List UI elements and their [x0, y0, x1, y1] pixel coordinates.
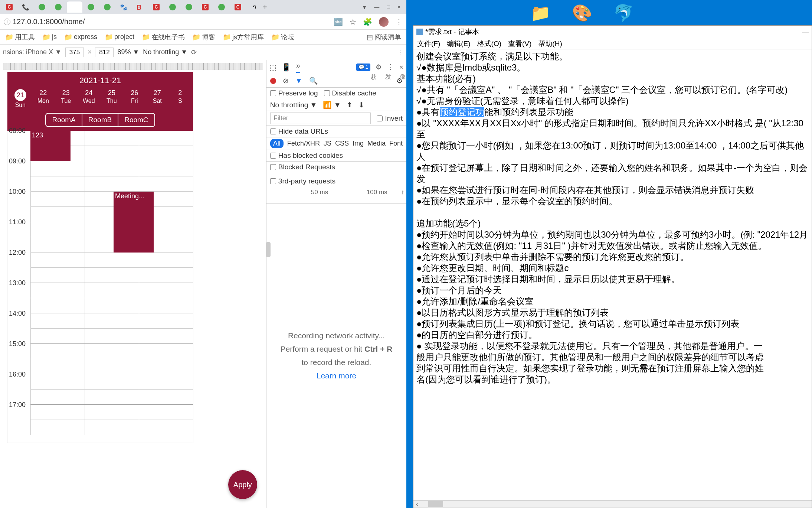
- calendar-day[interactable]: 21Sun: [12, 89, 29, 108]
- learn-more-link[interactable]: Learn more: [317, 371, 356, 380]
- bookmark-item[interactable]: 📁用工具: [3, 33, 37, 42]
- room-tab[interactable]: RoomA: [45, 113, 82, 127]
- notepad-titlebar[interactable]: *需求.txt - 记事本 —: [413, 26, 812, 38]
- site-info-icon[interactable]: i: [4, 19, 10, 25]
- time-row[interactable]: [30, 237, 193, 253]
- file-explorer-icon[interactable]: 📁: [529, 1, 552, 25]
- filter-type-img[interactable]: Img: [353, 140, 364, 147]
- tab-list-button[interactable]: ▾: [363, 4, 366, 11]
- notepad-content[interactable]: 创建会议室预订系统，满足以下功能。√●数据库是Imdb或sqlite3。基本功能…: [413, 49, 812, 387]
- time-row[interactable]: [30, 359, 193, 374]
- throttling-selector[interactable]: No throttling ▼: [143, 48, 187, 56]
- download-icon[interactable]: ⬇: [358, 101, 364, 109]
- time-row[interactable]: [30, 405, 193, 420]
- network-timeline[interactable]: 50 ms 100 ms ↑: [266, 187, 406, 203]
- tab-8[interactable]: 🐾: [116, 1, 131, 13]
- calendar-event[interactable]: Meeting...: [114, 192, 154, 253]
- tab-4[interactable]: [50, 1, 66, 13]
- scrollbar-thumb[interactable]: [428, 501, 443, 507]
- time-row[interactable]: [30, 222, 193, 237]
- filter-type-fetch/xhr[interactable]: Fetch/XHR: [287, 140, 320, 147]
- tab-15[interactable]: C: [230, 1, 246, 13]
- width-input[interactable]: [65, 48, 84, 57]
- apply-button[interactable]: Apply: [228, 470, 257, 499]
- filter-icon[interactable]: ▼: [295, 77, 302, 85]
- tab-5-active[interactable]: [67, 1, 82, 13]
- rotate-icon[interactable]: ⟳: [191, 48, 197, 56]
- minimize-button[interactable]: —: [374, 4, 379, 10]
- tab-3[interactable]: [34, 1, 50, 13]
- bookmark-star-icon[interactable]: ☆: [350, 17, 356, 26]
- url-text[interactable]: 127.0.0.1:8000/home/: [13, 17, 85, 26]
- bookmark-item[interactable]: 📁js方常用库: [220, 33, 266, 42]
- time-row[interactable]: [30, 283, 193, 298]
- maximize-button[interactable]: □: [387, 4, 390, 10]
- tab-9[interactable]: B: [132, 1, 148, 13]
- calendar-day[interactable]: 22Mon: [34, 89, 52, 108]
- inspect-icon[interactable]: ⬚: [269, 63, 276, 72]
- filter-type-all[interactable]: All: [270, 139, 284, 148]
- calendar-day[interactable]: 2S: [171, 89, 189, 108]
- filter-input[interactable]: [270, 113, 371, 124]
- throttling-dropdown[interactable]: No throttling ▼: [270, 101, 317, 109]
- calendar-day[interactable]: 24Wed: [80, 89, 98, 108]
- tab-2[interactable]: 📞: [18, 1, 33, 13]
- disable-cache-checkbox[interactable]: Disable cache: [324, 89, 376, 97]
- calendar-day[interactable]: 23Tue: [57, 89, 75, 108]
- menu-file[interactable]: 文件(F): [417, 39, 440, 49]
- tab-14[interactable]: [214, 1, 229, 13]
- bookmark-item[interactable]: 📁博客: [190, 33, 217, 42]
- tab-12[interactable]: [181, 1, 197, 13]
- tab-16[interactable]: ዓ: [246, 1, 262, 13]
- search-icon[interactable]: 🔍: [309, 76, 318, 85]
- time-row[interactable]: [30, 374, 193, 390]
- time-row[interactable]: [30, 192, 193, 207]
- room-tab[interactable]: RoomB: [82, 113, 118, 127]
- more-icon[interactable]: ⋮: [397, 48, 403, 56]
- third-party-checkbox[interactable]: 3rd-party requests: [270, 177, 335, 185]
- tab-13[interactable]: C: [197, 1, 213, 13]
- tab-1[interactable]: C: [1, 1, 17, 13]
- new-tab-button[interactable]: +: [263, 3, 274, 12]
- filter-type-js[interactable]: JS: [324, 140, 331, 147]
- blocked-requests-checkbox[interactable]: Blocked Requests: [270, 163, 335, 171]
- settings-icon[interactable]: ⚙: [376, 63, 382, 71]
- menu-edit[interactable]: 编辑(E): [447, 39, 470, 49]
- hide-data-urls-checkbox[interactable]: Hide data URLs: [270, 127, 328, 136]
- menu-view[interactable]: 查看(V): [508, 39, 531, 49]
- preserve-log-checkbox[interactable]: Preserve log: [270, 89, 318, 97]
- height-input[interactable]: [95, 48, 114, 57]
- device-toggle-icon[interactable]: 📱: [282, 63, 291, 72]
- time-row[interactable]: [30, 161, 193, 176]
- menu-format[interactable]: 格式(O): [477, 39, 501, 49]
- time-row[interactable]: [30, 253, 193, 268]
- calendar-day[interactable]: 25Thu: [103, 89, 121, 108]
- messages-badge[interactable]: 💬 1: [356, 64, 370, 71]
- tab-7[interactable]: [99, 1, 115, 13]
- bookmark-item[interactable]: 📁express: [62, 33, 99, 41]
- color-wheel-icon[interactable]: 🎨: [570, 1, 593, 25]
- time-row[interactable]: [30, 298, 193, 313]
- user-avatar-icon[interactable]: [379, 17, 389, 27]
- record-icon[interactable]: [270, 78, 276, 84]
- invert-checkbox[interactable]: Invert: [377, 114, 403, 123]
- bookmark-item[interactable]: 📁在线电子书: [140, 33, 187, 42]
- menu-help[interactable]: 帮助(H): [538, 39, 562, 49]
- has-blocked-cookies-checkbox[interactable]: Has blocked cookies: [270, 152, 343, 160]
- bookmark-item[interactable]: 📁project: [102, 33, 137, 41]
- device-selector[interactable]: nsions: iPhone X ▼: [3, 48, 62, 56]
- scroll-handle[interactable]: [266, 242, 271, 257]
- clear-icon[interactable]: ⊘: [283, 76, 289, 85]
- zoom-selector[interactable]: 89% ▼: [117, 48, 139, 56]
- bookmark-item[interactable]: 📁论坛: [269, 33, 297, 42]
- time-row[interactable]: [30, 344, 193, 359]
- time-row[interactable]: [30, 420, 193, 435]
- bookmark-item[interactable]: 📁js: [40, 33, 59, 41]
- reading-list[interactable]: ▤阅读清单: [364, 33, 403, 42]
- extensions-icon[interactable]: 🧩: [363, 17, 372, 26]
- tab-6[interactable]: [83, 1, 99, 13]
- translate-icon[interactable]: 🔤: [334, 17, 343, 26]
- time-row[interactable]: [30, 207, 193, 222]
- elements-tab[interactable]: »: [296, 61, 300, 73]
- dolphin-icon[interactable]: 🐬: [612, 1, 635, 25]
